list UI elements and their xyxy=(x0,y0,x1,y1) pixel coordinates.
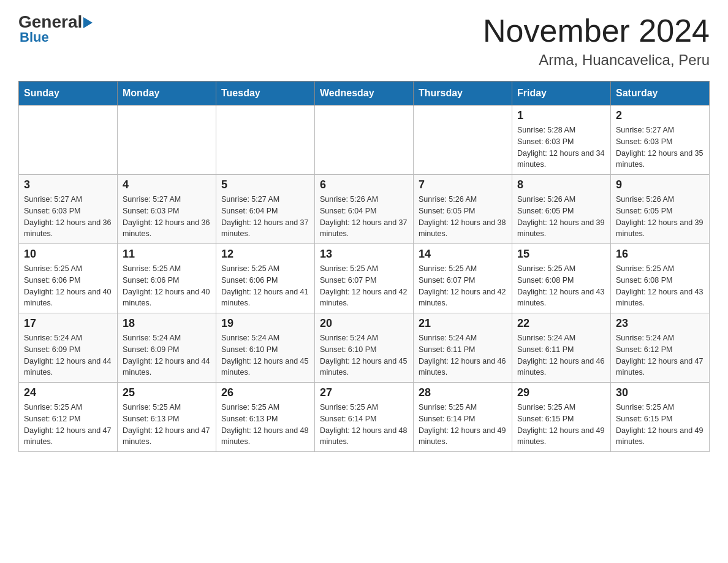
day-info: Sunrise: 5:24 AM Sunset: 6:10 PM Dayligh… xyxy=(221,332,309,378)
logo: General Blue xyxy=(18,12,93,45)
day-info: Sunrise: 5:25 AM Sunset: 6:07 PM Dayligh… xyxy=(320,263,408,309)
day-info: Sunrise: 5:27 AM Sunset: 6:03 PM Dayligh… xyxy=(123,194,211,240)
day-number: 21 xyxy=(419,317,507,330)
calendar-week-row: 1Sunrise: 5:28 AM Sunset: 6:03 PM Daylig… xyxy=(19,105,710,175)
day-info: Sunrise: 5:25 AM Sunset: 6:14 PM Dayligh… xyxy=(320,402,408,448)
table-row: 7Sunrise: 5:26 AM Sunset: 6:05 PM Daylig… xyxy=(414,175,512,244)
table-row: 18Sunrise: 5:24 AM Sunset: 6:09 PM Dayli… xyxy=(118,313,216,383)
day-number: 11 xyxy=(123,248,211,261)
day-info: Sunrise: 5:25 AM Sunset: 6:13 PM Dayligh… xyxy=(123,402,211,448)
header: General Blue November 2024 Arma, Huancav… xyxy=(18,12,710,69)
day-info: Sunrise: 5:25 AM Sunset: 6:08 PM Dayligh… xyxy=(517,263,605,309)
table-row: 5Sunrise: 5:27 AM Sunset: 6:04 PM Daylig… xyxy=(216,175,315,244)
day-info: Sunrise: 5:25 AM Sunset: 6:13 PM Dayligh… xyxy=(221,402,309,448)
table-row: 8Sunrise: 5:26 AM Sunset: 6:05 PM Daylig… xyxy=(512,175,611,244)
day-number: 5 xyxy=(221,178,309,191)
day-info: Sunrise: 5:25 AM Sunset: 6:06 PM Dayligh… xyxy=(123,263,211,309)
table-row: 24Sunrise: 5:25 AM Sunset: 6:12 PM Dayli… xyxy=(19,383,118,452)
day-info: Sunrise: 5:27 AM Sunset: 6:03 PM Dayligh… xyxy=(616,124,704,170)
day-number: 15 xyxy=(517,248,605,261)
table-row: 17Sunrise: 5:24 AM Sunset: 6:09 PM Dayli… xyxy=(19,313,118,383)
table-row: 28Sunrise: 5:25 AM Sunset: 6:14 PM Dayli… xyxy=(414,383,512,452)
month-title: November 2024 xyxy=(483,12,710,49)
day-info: Sunrise: 5:25 AM Sunset: 6:08 PM Dayligh… xyxy=(616,263,704,309)
col-thursday: Thursday xyxy=(414,82,512,105)
day-info: Sunrise: 5:24 AM Sunset: 6:09 PM Dayligh… xyxy=(24,332,112,378)
day-number: 14 xyxy=(419,248,507,261)
table-row xyxy=(315,105,414,175)
day-number: 6 xyxy=(320,178,408,191)
day-info: Sunrise: 5:27 AM Sunset: 6:04 PM Dayligh… xyxy=(221,194,309,240)
day-info: Sunrise: 5:24 AM Sunset: 6:09 PM Dayligh… xyxy=(123,332,211,378)
table-row: 21Sunrise: 5:24 AM Sunset: 6:11 PM Dayli… xyxy=(414,313,512,383)
table-row: 15Sunrise: 5:25 AM Sunset: 6:08 PM Dayli… xyxy=(512,244,611,313)
day-number: 19 xyxy=(221,317,309,330)
day-info: Sunrise: 5:24 AM Sunset: 6:10 PM Dayligh… xyxy=(320,332,408,378)
day-info: Sunrise: 5:26 AM Sunset: 6:05 PM Dayligh… xyxy=(419,194,507,240)
table-row: 13Sunrise: 5:25 AM Sunset: 6:07 PM Dayli… xyxy=(315,244,414,313)
table-row xyxy=(118,105,216,175)
day-number: 3 xyxy=(24,178,112,191)
table-row: 22Sunrise: 5:24 AM Sunset: 6:11 PM Dayli… xyxy=(512,313,611,383)
day-info: Sunrise: 5:26 AM Sunset: 6:05 PM Dayligh… xyxy=(616,194,704,240)
day-info: Sunrise: 5:24 AM Sunset: 6:11 PM Dayligh… xyxy=(517,332,605,378)
day-info: Sunrise: 5:25 AM Sunset: 6:06 PM Dayligh… xyxy=(221,263,309,309)
day-number: 30 xyxy=(616,386,704,399)
location-title: Arma, Huancavelica, Peru xyxy=(483,52,710,69)
col-tuesday: Tuesday xyxy=(216,82,315,105)
day-info: Sunrise: 5:25 AM Sunset: 6:12 PM Dayligh… xyxy=(24,402,112,448)
table-row xyxy=(216,105,315,175)
col-monday: Monday xyxy=(118,82,216,105)
col-wednesday: Wednesday xyxy=(315,82,414,105)
day-info: Sunrise: 5:28 AM Sunset: 6:03 PM Dayligh… xyxy=(517,124,605,170)
day-info: Sunrise: 5:24 AM Sunset: 6:11 PM Dayligh… xyxy=(419,332,507,378)
day-number: 18 xyxy=(123,317,211,330)
table-row: 3Sunrise: 5:27 AM Sunset: 6:03 PM Daylig… xyxy=(19,175,118,244)
day-number: 25 xyxy=(123,386,211,399)
day-number: 16 xyxy=(616,248,704,261)
table-row: 26Sunrise: 5:25 AM Sunset: 6:13 PM Dayli… xyxy=(216,383,315,452)
day-info: Sunrise: 5:24 AM Sunset: 6:12 PM Dayligh… xyxy=(616,332,704,378)
day-info: Sunrise: 5:25 AM Sunset: 6:15 PM Dayligh… xyxy=(517,402,605,448)
day-number: 7 xyxy=(419,178,507,191)
day-number: 17 xyxy=(24,317,112,330)
day-number: 29 xyxy=(517,386,605,399)
day-info: Sunrise: 5:26 AM Sunset: 6:04 PM Dayligh… xyxy=(320,194,408,240)
weekday-header-row: Sunday Monday Tuesday Wednesday Thursday… xyxy=(19,82,710,105)
day-number: 2 xyxy=(616,109,704,122)
day-number: 9 xyxy=(616,178,704,191)
day-number: 27 xyxy=(320,386,408,399)
table-row: 16Sunrise: 5:25 AM Sunset: 6:08 PM Dayli… xyxy=(611,244,710,313)
table-row: 2Sunrise: 5:27 AM Sunset: 6:03 PM Daylig… xyxy=(611,105,710,175)
day-number: 24 xyxy=(24,386,112,399)
table-row: 29Sunrise: 5:25 AM Sunset: 6:15 PM Dayli… xyxy=(512,383,611,452)
col-friday: Friday xyxy=(512,82,611,105)
day-info: Sunrise: 5:25 AM Sunset: 6:14 PM Dayligh… xyxy=(419,402,507,448)
day-info: Sunrise: 5:25 AM Sunset: 6:15 PM Dayligh… xyxy=(616,402,704,448)
col-sunday: Sunday xyxy=(19,82,118,105)
day-info: Sunrise: 5:25 AM Sunset: 6:06 PM Dayligh… xyxy=(24,263,112,309)
title-area: November 2024 Arma, Huancavelica, Peru xyxy=(483,12,710,69)
day-number: 12 xyxy=(221,248,309,261)
calendar: Sunday Monday Tuesday Wednesday Thursday… xyxy=(18,81,710,452)
table-row xyxy=(19,105,118,175)
logo-triangle-icon xyxy=(83,17,93,28)
day-number: 4 xyxy=(123,178,211,191)
table-row: 14Sunrise: 5:25 AM Sunset: 6:07 PM Dayli… xyxy=(414,244,512,313)
table-row xyxy=(414,105,512,175)
table-row: 19Sunrise: 5:24 AM Sunset: 6:10 PM Dayli… xyxy=(216,313,315,383)
table-row: 6Sunrise: 5:26 AM Sunset: 6:04 PM Daylig… xyxy=(315,175,414,244)
day-number: 10 xyxy=(24,248,112,261)
day-number: 1 xyxy=(517,109,605,122)
day-info: Sunrise: 5:25 AM Sunset: 6:07 PM Dayligh… xyxy=(419,263,507,309)
table-row: 23Sunrise: 5:24 AM Sunset: 6:12 PM Dayli… xyxy=(611,313,710,383)
day-info: Sunrise: 5:27 AM Sunset: 6:03 PM Dayligh… xyxy=(24,194,112,240)
logo-blue-text: Blue xyxy=(20,29,49,45)
table-row: 11Sunrise: 5:25 AM Sunset: 6:06 PM Dayli… xyxy=(118,244,216,313)
day-number: 13 xyxy=(320,248,408,261)
day-number: 20 xyxy=(320,317,408,330)
calendar-week-row: 17Sunrise: 5:24 AM Sunset: 6:09 PM Dayli… xyxy=(19,313,710,383)
table-row: 25Sunrise: 5:25 AM Sunset: 6:13 PM Dayli… xyxy=(118,383,216,452)
calendar-week-row: 24Sunrise: 5:25 AM Sunset: 6:12 PM Dayli… xyxy=(19,383,710,452)
table-row: 20Sunrise: 5:24 AM Sunset: 6:10 PM Dayli… xyxy=(315,313,414,383)
